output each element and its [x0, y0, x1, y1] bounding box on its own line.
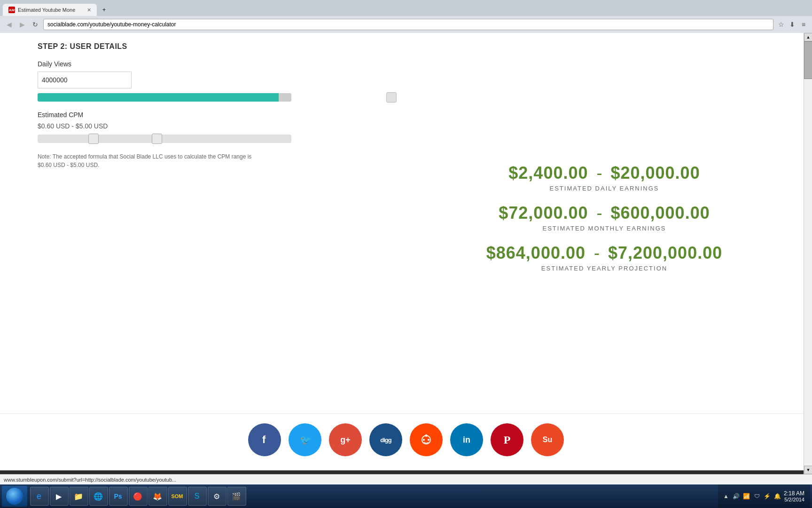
som-icon: SOM [172, 492, 182, 501]
right-panel: $2,400.00 - $20,000.00 ESTIMATED DAILY E… [415, 42, 793, 404]
tab-title: Estimated Youtube Mone [18, 7, 84, 13]
scroll-up-button[interactable]: ▲ [804, 33, 812, 41]
firefox-icon: 🦊 [153, 492, 162, 501]
address-bar[interactable] [43, 19, 773, 30]
browser-chrome: AM Estimated Youtube Mone ✕ + ◀ ▶ ↻ ☆ ⬇ … [0, 0, 812, 33]
chrome-icon: 🔴 [133, 492, 142, 501]
daily-earnings-separator: - [596, 163, 602, 183]
taskbar-btn-misc[interactable]: ⚙ [208, 487, 226, 506]
wmp-icon: ▶ [54, 492, 63, 501]
scroll-thumb[interactable] [804, 41, 812, 79]
tray-antivirus-icon[interactable]: 🛡 [753, 492, 761, 500]
tray-network-icon[interactable]: 🔊 [732, 492, 741, 500]
digg-share-button[interactable]: digg [369, 423, 402, 456]
daily-earnings-low: $2,400.00 [508, 163, 588, 183]
daily-earnings-label: ESTIMATED DAILY EARNINGS [508, 185, 700, 192]
monthly-earnings-high: $600,000.00 [610, 203, 710, 223]
tray-update-icon[interactable]: ⚡ [763, 492, 772, 500]
status-bar: www.stumbleupon.com/submit?url=http://so… [0, 474, 812, 484]
taskbar-tray: ▲ 🔊 📶 🛡 ⚡ 🔔 2:18 AM 5/2/2014 [718, 484, 810, 508]
tab-favicon: AM [8, 7, 15, 13]
tray-volume-icon[interactable]: 📶 [742, 492, 751, 500]
menu-icon[interactable]: ≡ [799, 20, 808, 29]
monthly-earnings-label: ESTIMATED MONTHLY EARNINGS [499, 225, 710, 232]
yearly-earnings-block: $864,000.00 - $7,200,000.00 ESTIMATED YE… [486, 243, 722, 272]
new-tab-icon: + [102, 7, 106, 13]
svg-point-5 [425, 435, 428, 437]
pinterest-share-button[interactable]: P [491, 423, 523, 456]
social-share-section: f 🐦 g+ digg in P Su [0, 413, 812, 470]
cpm-label: Estimated CPM [38, 111, 397, 119]
facebook-share-button[interactable]: f [248, 423, 281, 456]
daily-views-slider-container [38, 93, 397, 102]
cpm-slider-thumb-left[interactable] [88, 134, 99, 144]
yearly-earnings-high: $7,200,000.00 [608, 243, 722, 263]
main-area: STEP 2: USER DETAILS Daily Views Estimat… [0, 33, 812, 413]
ie-icon: e [34, 492, 44, 501]
scrollbar[interactable]: ▲ ▼ [804, 33, 812, 474]
daily-views-input[interactable] [38, 71, 132, 88]
browser2-icon: 🌐 [94, 492, 103, 501]
yearly-earnings-separator: - [594, 243, 600, 263]
back-button[interactable]: ◀ [4, 19, 14, 30]
page-content: STEP 2: USER DETAILS Daily Views Estimat… [0, 33, 812, 470]
browser-toolbar: ◀ ▶ ↻ ☆ ⬇ ≡ [0, 16, 812, 33]
taskbar-btn-explorer[interactable]: 📁 [70, 487, 88, 506]
yearly-earnings-low: $864,000.00 [486, 243, 586, 263]
start-orb [6, 488, 23, 505]
daily-earnings-block: $2,400.00 - $20,000.00 ESTIMATED DAILY E… [508, 163, 700, 192]
note-text: Note: The accepted formula that Social B… [38, 152, 291, 169]
tray-up-arrow[interactable]: ▲ [722, 492, 730, 500]
status-url: www.stumbleupon.com/submit?url=http://so… [4, 477, 176, 483]
misc-icon: ⚙ [212, 492, 221, 501]
download-icon[interactable]: ⬇ [788, 20, 797, 29]
forward-button[interactable]: ▶ [17, 19, 27, 30]
tab-close-button[interactable]: ✕ [87, 7, 91, 13]
media-icon: 🎬 [232, 492, 241, 501]
taskbar-btn-ie[interactable]: e [30, 487, 49, 506]
taskbar-btn-photoshop[interactable]: Ps [109, 487, 128, 506]
stumbleupon-share-button[interactable]: Su [531, 423, 564, 456]
tray-extra1[interactable]: 🔔 [773, 492, 782, 500]
cpm-range-value: $0.60 USD - $5.00 USD [38, 122, 397, 130]
linkedin-share-button[interactable]: in [450, 423, 483, 456]
taskbar-btn-wmp[interactable]: ▶ [50, 487, 69, 506]
taskbar-btn-chrome[interactable]: 🔴 [129, 487, 148, 506]
twitter-share-button[interactable]: 🐦 [289, 423, 321, 456]
taskbar-btn-som[interactable]: SOM [168, 487, 187, 506]
toolbar-icons: ☆ ⬇ ≡ [776, 20, 808, 29]
scroll-down-button[interactable]: ▼ [804, 466, 812, 474]
taskbar: e ▶ 📁 🌐 Ps 🔴 🦊 SOM S ⚙ 🎬 ▲ 🔊 📶 🛡 ⚡ 🔔 2:1… [0, 484, 812, 508]
googleplus-share-button[interactable]: g+ [329, 423, 362, 456]
monthly-earnings-block: $72,000.00 - $600,000.00 ESTIMATED MONTH… [499, 203, 710, 232]
browser-tab-active[interactable]: AM Estimated Youtube Mone ✕ [3, 4, 97, 16]
bookmark-icon[interactable]: ☆ [776, 20, 786, 29]
taskbar-btn-skype[interactable]: S [188, 487, 207, 506]
reddit-share-button[interactable] [410, 423, 443, 456]
slider-fill [38, 93, 279, 102]
ps-icon: Ps [113, 492, 123, 501]
slider-thumb[interactable] [386, 92, 397, 103]
daily-earnings-high: $20,000.00 [610, 163, 700, 183]
clock-date: 5/2/2014 [784, 497, 804, 502]
svg-point-4 [428, 439, 429, 441]
reload-button[interactable]: ↻ [30, 19, 40, 30]
folder-icon: 📁 [74, 492, 83, 501]
left-panel: STEP 2: USER DETAILS Daily Views Estimat… [38, 42, 415, 404]
daily-views-label: Daily Views [38, 60, 397, 68]
browser-tabs: AM Estimated Youtube Mone ✕ + [0, 0, 812, 16]
step-title: STEP 2: USER DETAILS [38, 42, 397, 51]
taskbar-btn-browser2[interactable]: 🌐 [89, 487, 108, 506]
daily-views-slider[interactable] [38, 93, 291, 102]
cpm-slider-thumb-right[interactable] [152, 134, 162, 144]
taskbar-btn-media[interactable]: 🎬 [227, 487, 246, 506]
cpm-dual-slider[interactable] [38, 135, 291, 143]
monthly-earnings-low: $72,000.00 [499, 203, 588, 223]
taskbar-btn-firefox[interactable]: 🦊 [148, 487, 167, 506]
svg-text:f: f [262, 434, 266, 445]
taskbar-clock[interactable]: 2:18 AM 5/2/2014 [784, 490, 806, 502]
svg-text:🐦: 🐦 [300, 434, 312, 445]
monthly-earnings-separator: - [596, 203, 602, 223]
new-tab-button[interactable]: + [97, 4, 111, 16]
start-button[interactable] [2, 486, 27, 507]
